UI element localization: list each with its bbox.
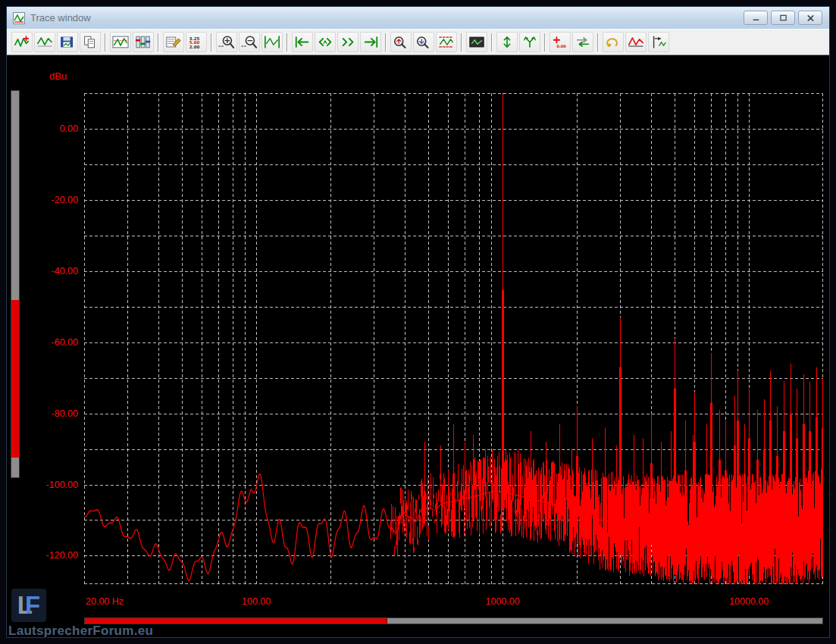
- pan-icon: [468, 35, 485, 49]
- minimize-icon: [752, 14, 760, 22]
- minimize-button[interactable]: [744, 11, 768, 25]
- h-scrollbar-fill[interactable]: [85, 618, 387, 624]
- scroll-left-end-button[interactable]: [292, 32, 313, 52]
- mixer-icon: [135, 35, 152, 49]
- toolbar-separator: [105, 33, 106, 52]
- overlay-trace-button[interactable]: [625, 32, 647, 52]
- titlebar: Trace window: [7, 7, 829, 30]
- show-mixer-button[interactable]: [133, 32, 154, 52]
- undo-zoom-button[interactable]: [603, 32, 624, 52]
- scroll-right-end-button[interactable]: [360, 32, 381, 52]
- trace-cursor-button[interactable]: [648, 32, 669, 52]
- y-tick-label: -120.00: [30, 549, 78, 561]
- y-axis-unit-label: dBu: [49, 70, 67, 82]
- x-tick-label: 100.00: [242, 596, 271, 607]
- x-tick-label: 1000.00: [486, 596, 520, 607]
- plot-area: dBu L F LautsprecherForum.eu 0.00-20.00-…: [7, 55, 829, 637]
- watermark-logo: L F: [11, 589, 46, 622]
- toolbar-separator: [544, 33, 546, 52]
- plus-zero-icon: 0.00: [552, 35, 568, 49]
- y-tick-label: -40.00: [30, 265, 78, 277]
- toolbar-separator: [491, 33, 493, 52]
- expand-y-button[interactable]: [496, 32, 518, 52]
- window-title: Trace window: [30, 12, 91, 23]
- zoom-down-icon: [415, 35, 432, 49]
- fit-vertical-button[interactable]: [436, 32, 457, 52]
- new-trace-button[interactable]: [34, 32, 55, 52]
- watermark-logo-f: F: [25, 589, 40, 622]
- zoom-plus-icon: [218, 35, 235, 49]
- toolbar: 3.255.602.000.00: [7, 29, 829, 55]
- zoom-y-out-button[interactable]: [413, 32, 434, 52]
- show-graph-button[interactable]: [110, 32, 131, 52]
- save-trace-button[interactable]: [57, 32, 78, 52]
- y-tick-label: -100.00: [30, 479, 78, 491]
- copy-icon: [82, 35, 99, 49]
- x-tick-label: 20.00 Hz: [86, 596, 124, 607]
- edit-icon: [165, 35, 182, 49]
- zoom-up-icon: [393, 35, 409, 49]
- close-icon: [806, 14, 815, 22]
- app-icon: [13, 12, 25, 24]
- zoom-x-out-button[interactable]: [239, 32, 260, 52]
- maximize-button[interactable]: [771, 11, 795, 25]
- zoom-x-in-button[interactable]: [216, 32, 237, 52]
- wave-icon: [36, 35, 53, 49]
- cursor-wave-icon: [650, 35, 667, 49]
- autoscale-y-button[interactable]: [519, 32, 540, 52]
- arrows-swap-icon: [575, 35, 591, 49]
- caption-buttons: [744, 11, 822, 25]
- frame-wave-icon: [112, 35, 129, 49]
- toolbar-separator: [286, 33, 288, 52]
- zoom-y-in-button[interactable]: [390, 32, 412, 52]
- y-tick-label: -60.00: [30, 336, 78, 349]
- arrow-right-bar-icon: [362, 35, 379, 49]
- arrows-vertical-icon: [499, 35, 515, 49]
- v-scrollbar-track[interactable]: [11, 90, 20, 478]
- toolbar-separator: [385, 33, 387, 52]
- arrows-split-icon: [521, 35, 538, 49]
- scroll-right-button[interactable]: [337, 32, 359, 52]
- undo-icon: [605, 35, 622, 49]
- numbers-icon: 3.255.602.00: [188, 35, 205, 49]
- v-scrollbar-thumb[interactable]: [11, 299, 19, 458]
- toolbar-separator: [158, 33, 159, 52]
- copy-trace-button[interactable]: [80, 32, 101, 52]
- wave-lines-icon: [438, 35, 455, 49]
- show-values-button[interactable]: 3.255.602.00: [186, 32, 207, 52]
- x-tick-label: 10000.00: [729, 596, 769, 607]
- maximize-icon: [779, 14, 787, 22]
- fit-horizontal-button[interactable]: [261, 32, 283, 52]
- svg-text:2.00: 2.00: [189, 45, 200, 49]
- y-tick-label: -80.00: [30, 408, 78, 420]
- close-button[interactable]: [798, 11, 822, 25]
- watermark-text: LautsprecherForum.eu: [8, 624, 153, 639]
- y-tick-label: -20.00: [30, 194, 78, 206]
- toolbar-separator: [211, 33, 212, 52]
- arrows-right-icon: [340, 35, 356, 49]
- save-icon: [59, 35, 76, 49]
- toolbar-separator: [597, 33, 599, 52]
- toolbar-separator: [461, 33, 462, 52]
- y-tick-label: 0.00: [30, 123, 78, 135]
- wave-plus-icon: [14, 35, 30, 49]
- add-trace-button[interactable]: [11, 32, 33, 52]
- pan-view-button[interactable]: [466, 32, 487, 52]
- arrows-left-right-icon: [317, 35, 333, 49]
- zoom-minus-icon: [241, 35, 258, 49]
- chart-canvas[interactable]: [84, 93, 823, 584]
- svg-text:0.00: 0.00: [556, 44, 566, 48]
- edit-values-button[interactable]: [163, 32, 184, 52]
- arrow-left-bar-icon: [294, 35, 311, 49]
- h-scrollbar-track[interactable]: [84, 617, 823, 624]
- add-marker-button[interactable]: 0.00: [550, 32, 571, 52]
- trace-window: Trace window 3.255.602.000.00 dBu L F La…: [6, 6, 830, 638]
- scroll-step-button[interactable]: [315, 32, 336, 52]
- wave-fit-icon: [264, 35, 280, 49]
- swap-markers-button[interactable]: [572, 32, 593, 52]
- red-wave-icon: [628, 35, 644, 49]
